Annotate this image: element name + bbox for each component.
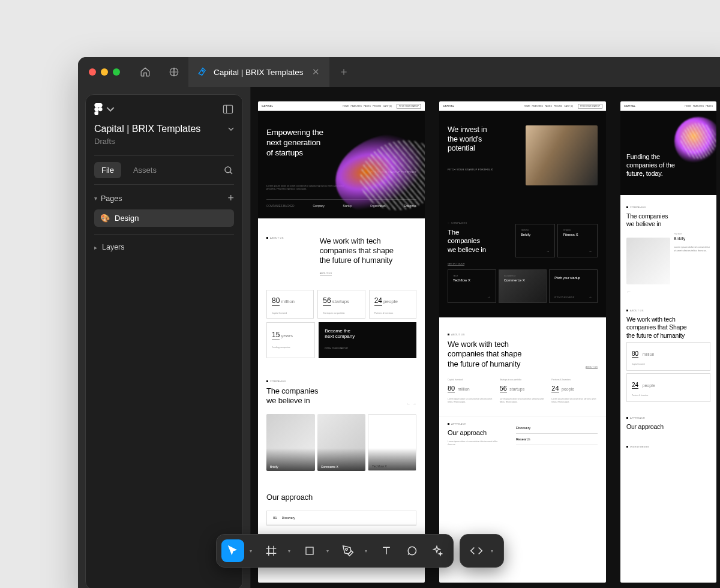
pages-label: Pages [101, 194, 122, 203]
search-icon [223, 165, 234, 176]
nav-item: PAGES [706, 105, 713, 107]
home-button[interactable] [131, 57, 160, 87]
eyebrow: ABOUT US [626, 309, 710, 312]
close-tab-button[interactable]: ✕ [312, 67, 320, 77]
figma-menu-button[interactable] [94, 103, 115, 115]
ab3-logo: CAPITAL [624, 104, 635, 107]
layers-section-header[interactable]: ▸ Layers [94, 234, 234, 256]
cta-link: PITCH YOUR STARTUP [325, 347, 410, 350]
dev-mode-button[interactable] [465, 539, 488, 562]
ab2-hero: We invest in the world's potential PITCH… [439, 111, 606, 191]
sparkle-icon [431, 545, 443, 557]
nav-item: HOME [685, 105, 691, 107]
h2-line: companies that shape [448, 349, 521, 359]
stat-l: startups [509, 387, 524, 391]
shape-tool[interactable] [298, 539, 321, 562]
ab1-header: CAPITAL HOME FEATURES PAGES PRICING CART… [258, 101, 425, 111]
stat-n: 56 [500, 385, 507, 392]
pen-tool[interactable] [337, 539, 359, 562]
h2-line: companies [448, 236, 509, 245]
comment-icon [406, 545, 418, 557]
stat-sub: Capital Invested [272, 312, 308, 314]
eyebrow: ABOUT US [266, 236, 320, 239]
eyebrow: APPROACH [448, 422, 504, 425]
stat-l: million [458, 387, 470, 391]
card-desc: Lorem ipsum dolor sit consectetur ut ame… [674, 245, 710, 252]
stat-number: 56 [323, 296, 331, 306]
panel-toggle-button[interactable] [222, 103, 234, 115]
col-label: Partners & Investors [551, 379, 598, 381]
nav-item: FEATURES [532, 105, 543, 107]
ab1-approach: Our approach 01Discovery [258, 483, 425, 538]
svg-point-3 [225, 167, 231, 173]
cursor-icon [227, 545, 239, 557]
pages-section-header[interactable]: ▾Pages + [94, 185, 234, 209]
search-button[interactable] [223, 165, 234, 176]
new-tab-button[interactable] [329, 57, 358, 87]
stat-number: 80 [272, 296, 280, 306]
toolbar-dev: ▾ [460, 534, 504, 568]
chevron-down-icon [106, 103, 115, 115]
project-location[interactable]: Drafts [94, 137, 234, 146]
company-card: Bnkify [266, 414, 315, 471]
step-num: 01 [273, 516, 277, 520]
close-window-button[interactable] [89, 68, 96, 76]
col-label: Startups in our portfolio [500, 379, 546, 381]
actions-tool[interactable] [425, 539, 448, 562]
text-tool[interactable] [375, 539, 398, 562]
companies-h2: we believe in [266, 396, 318, 406]
card-name: Pitch your startup [554, 276, 592, 280]
community-button[interactable] [160, 57, 188, 87]
h2-line: The companies [626, 212, 710, 220]
pen-icon [342, 545, 354, 557]
canvas[interactable]: CAPITAL HOME FEATURES PAGES PRICING CART… [251, 87, 720, 588]
file-tab-button[interactable]: File [94, 162, 121, 178]
nav-item: HOME [343, 105, 349, 107]
nav-item: HOME [524, 105, 530, 107]
card-label: Techflow X [372, 464, 386, 468]
stat-l: people [643, 383, 655, 388]
nav-item: FEATURES [693, 105, 704, 107]
h2-line: companies that Shape [626, 323, 710, 331]
comment-tool[interactable] [400, 539, 423, 562]
frame-tool[interactable] [260, 539, 283, 562]
palette-icon: 🎨 [100, 214, 110, 223]
maximize-window-button[interactable] [113, 68, 120, 76]
project-title-dropdown[interactable]: Capital | BRIX Templates [94, 124, 234, 134]
project-title: Capital | BRIX Templates [94, 124, 200, 134]
pen-tool-chevron[interactable]: ▾ [362, 548, 370, 554]
stat-l: million [643, 352, 655, 356]
stat-sub: Partners & Investors [632, 394, 705, 397]
carousel-nav: ←→ [407, 402, 416, 406]
minimize-window-button[interactable] [101, 68, 108, 76]
move-tool[interactable] [221, 539, 244, 562]
tab-title: Capital | BRIX Templates [214, 68, 304, 77]
sidebar: Capital | BRIX Templates Drafts File Ass… [78, 87, 251, 588]
card-name: Commerce X [504, 278, 542, 282]
traffic-lights [78, 68, 131, 76]
move-tool-chevron[interactable]: ▾ [247, 548, 255, 554]
cta-card: Became the next company PITCH YOUR START… [319, 322, 416, 358]
artboard-1[interactable]: CAPITAL HOME FEATURES PAGES PRICING CART… [258, 101, 425, 583]
cta-line: next company [325, 334, 410, 339]
dev-mode-chevron[interactable]: ▾ [488, 548, 496, 554]
shape-tool-chevron[interactable]: ▾ [323, 548, 332, 554]
link: GET IN TOUCH [448, 262, 464, 266]
artboard-2[interactable]: CAPITAL HOME FEATURES PAGES PRICING CART… [439, 101, 606, 583]
assets-tab-button[interactable]: Assets [126, 162, 164, 178]
file-tab[interactable]: Capital | BRIX Templates ✕ [188, 57, 329, 87]
add-page-button[interactable]: + [227, 192, 234, 205]
chevron-down-icon: ▾ [94, 195, 97, 202]
stat-l: people [562, 387, 574, 391]
nav-item: CART (0) [383, 105, 392, 107]
card-label: Bnkify [270, 465, 278, 469]
page-item-design[interactable]: 🎨 Design [94, 209, 234, 227]
artboard-3[interactable]: CAPITAL HOME FEATURES PAGES Funding the … [620, 101, 716, 583]
eyebrow: COMPANIES [448, 221, 509, 224]
frame-tool-chevron[interactable]: ▾ [285, 548, 293, 554]
ab3-investments: INVESTMENTS [620, 439, 716, 455]
card-name: Fitness X [563, 233, 592, 236]
card-name: Techflow X [453, 278, 491, 282]
hero-graphic [674, 117, 716, 165]
approach-h2: Our approach [266, 493, 416, 502]
